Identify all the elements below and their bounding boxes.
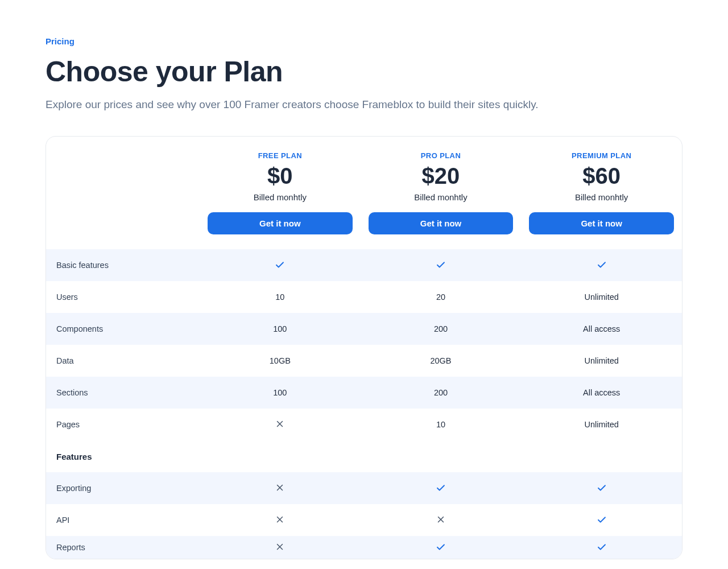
feature-cell bbox=[200, 259, 361, 271]
feature-cell bbox=[521, 514, 682, 526]
feature-label: Exporting bbox=[46, 484, 200, 493]
table-row: Users1020Unlimited bbox=[46, 281, 682, 313]
table-row: Components100200All access bbox=[46, 313, 682, 345]
feature-cell bbox=[200, 542, 361, 554]
feature-cell: Unlimited bbox=[521, 356, 682, 365]
plan-billing: Billed monhtly bbox=[254, 192, 307, 202]
feature-label: API bbox=[46, 516, 200, 525]
feature-cell bbox=[521, 483, 682, 494]
feature-cell bbox=[521, 259, 682, 271]
feature-cell bbox=[521, 542, 682, 554]
feature-label: Pages bbox=[46, 420, 200, 429]
plan-pro: PRO PLAN $20 Billed monhtly Get it now bbox=[361, 151, 522, 234]
table-row: Pages10Unlimited bbox=[46, 409, 682, 440]
section-title: Features bbox=[46, 452, 200, 461]
plan-billing: Billed monhtly bbox=[414, 192, 467, 202]
check-icon bbox=[597, 483, 607, 493]
table-row: Data10GB20GBUnlimited bbox=[46, 345, 682, 377]
feature-cell: All access bbox=[521, 324, 682, 333]
page-title: Choose your Plan bbox=[46, 55, 682, 88]
feature-cell: All access bbox=[521, 388, 682, 397]
cross-icon bbox=[436, 514, 446, 525]
plan-price: $0 bbox=[267, 163, 293, 189]
feature-cell: Unlimited bbox=[521, 292, 682, 302]
plan-name: PRO PLAN bbox=[421, 151, 461, 160]
table-row: API bbox=[46, 504, 682, 536]
feature-cell: 100 bbox=[200, 388, 361, 397]
cross-icon bbox=[275, 419, 285, 429]
page-subtitle: Explore our prices and see why over 100 … bbox=[46, 98, 682, 111]
table-row: Reports bbox=[46, 536, 682, 559]
feature-cell: 10GB bbox=[200, 356, 361, 365]
plan-header-row: FREE PLAN $0 Billed monhtly Get it now P… bbox=[46, 137, 682, 249]
table-row: Exporting bbox=[46, 472, 682, 504]
cross-icon bbox=[275, 483, 285, 493]
cta-pro[interactable]: Get it now bbox=[369, 212, 514, 234]
check-icon bbox=[436, 542, 446, 552]
feature-cell bbox=[361, 483, 522, 494]
plan-free: FREE PLAN $0 Billed monhtly Get it now bbox=[200, 151, 361, 234]
pricing-eyebrow: Pricing bbox=[46, 36, 682, 46]
check-icon bbox=[275, 259, 285, 270]
check-icon bbox=[597, 259, 607, 270]
feature-label: Sections bbox=[46, 388, 200, 397]
check-icon bbox=[436, 259, 446, 270]
feature-cell: 200 bbox=[361, 388, 522, 397]
feature-cell: 10 bbox=[361, 420, 522, 429]
plan-name: FREE PLAN bbox=[258, 151, 302, 160]
feature-cell bbox=[200, 419, 361, 431]
plan-price: $60 bbox=[582, 163, 621, 189]
feature-cell: Unlimited bbox=[521, 420, 682, 429]
feature-label: Data bbox=[46, 356, 200, 365]
feature-label: Reports bbox=[46, 543, 200, 552]
feature-cell bbox=[361, 542, 522, 554]
plan-billing: Billed monhtly bbox=[575, 192, 628, 202]
cta-premium[interactable]: Get it now bbox=[529, 212, 674, 234]
cta-free[interactable]: Get it now bbox=[208, 212, 353, 234]
check-icon bbox=[597, 514, 607, 525]
feature-label: Users bbox=[46, 292, 200, 302]
cross-icon bbox=[275, 514, 285, 525]
feature-label: Basic features bbox=[46, 261, 200, 270]
check-icon bbox=[597, 542, 607, 552]
feature-cell: 10 bbox=[200, 292, 361, 302]
feature-cell: 20GB bbox=[361, 356, 522, 365]
feature-cell bbox=[200, 514, 361, 526]
table-row: Basic features bbox=[46, 249, 682, 281]
feature-cell: 20 bbox=[361, 292, 522, 302]
feature-cell bbox=[361, 259, 522, 271]
feature-cell: 100 bbox=[200, 324, 361, 333]
cross-icon bbox=[275, 542, 285, 552]
feature-cell bbox=[200, 483, 361, 494]
table-row: Sections100200All access bbox=[46, 377, 682, 409]
plan-price: $20 bbox=[422, 163, 460, 189]
check-icon bbox=[436, 483, 446, 493]
pricing-table: FREE PLAN $0 Billed monhtly Get it now P… bbox=[46, 136, 682, 559]
feature-cell bbox=[361, 514, 522, 526]
feature-cell: 200 bbox=[361, 324, 522, 333]
feature-label: Components bbox=[46, 324, 200, 333]
section-title-row: Features bbox=[46, 440, 682, 472]
plan-name: PREMIUM PLAN bbox=[572, 151, 631, 160]
plan-premium: PREMIUM PLAN $60 Billed monhtly Get it n… bbox=[521, 151, 682, 234]
